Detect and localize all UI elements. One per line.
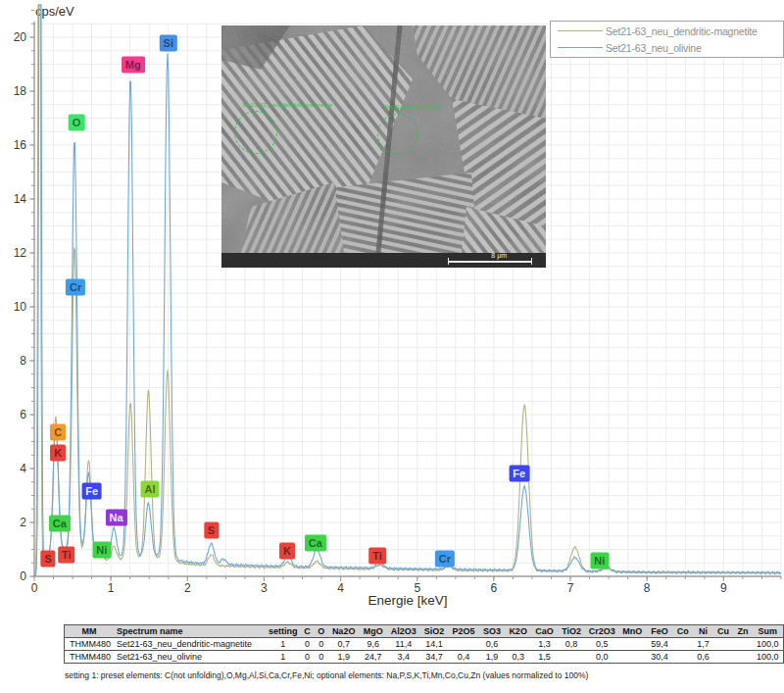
element-marker-K[interactable]: K	[50, 445, 66, 462]
table-cell: 1,7	[693, 638, 713, 651]
table-header-C: C	[301, 625, 315, 638]
element-marker-Al[interactable]: Al	[141, 480, 160, 497]
table-cell	[618, 638, 646, 651]
table-row-0: THMM480Set21-63_neu_dendritic-magnetite1…	[65, 638, 784, 651]
table-header-MnO: MnO	[618, 625, 646, 638]
legend-item-0[interactable]: Set21-63_neu_dendritic-magnetite	[551, 23, 783, 39]
table-header-FeO: FeO	[646, 625, 672, 638]
table-header-setting: setting	[266, 625, 301, 638]
table-cell: THMM480	[65, 651, 115, 664]
table-cell: Set21-63_neu_olivine	[114, 651, 266, 664]
x-tick-label: 7	[567, 581, 574, 595]
element-marker-Na[interactable]: Na	[106, 509, 127, 525]
table-header-MgO: MgO	[359, 625, 387, 638]
legend: Set21-63_neu_dendritic-magnetiteSet21-63…	[550, 21, 784, 58]
table-cell: 30,4	[646, 651, 672, 664]
element-marker-S[interactable]: S	[40, 551, 55, 568]
x-tick-label: 6	[491, 581, 498, 595]
sem-annotation-label-0: Set21-63_neu_dendritic-magnetite	[242, 102, 332, 108]
x-tick-label: 0	[31, 581, 38, 595]
legend-item-1[interactable]: Set21-63_neu_olivine	[551, 39, 783, 56]
table-cell: 1	[266, 651, 301, 664]
y-tick-label: 10	[14, 300, 27, 314]
table-header-Cr2O3: Cr2O3	[585, 625, 618, 638]
element-marker-Cr[interactable]: Cr	[435, 551, 455, 568]
element-marker-C[interactable]: C	[50, 423, 66, 440]
element-marker-S[interactable]: S	[204, 521, 219, 538]
x-tick-label: 4	[337, 581, 344, 595]
quantification-table: MMSpectrum namesettingCONa2OMgOAl2O3SiO2…	[64, 624, 784, 664]
element-marker-Cr[interactable]: Cr	[66, 278, 85, 295]
table-header-K2O: K2O	[505, 625, 530, 638]
table-cell: 24,7	[359, 651, 387, 664]
table-cell: 1,9	[479, 651, 506, 664]
x-tick-label: 5	[414, 581, 420, 595]
table-cell	[713, 638, 733, 651]
legend-line-sample	[558, 30, 603, 31]
table-cell: 9,6	[359, 638, 387, 651]
edx-report-page: cps/eV 012345678902468101214161820 STiCa…	[0, 0, 784, 693]
element-marker-Fe[interactable]: Fe	[81, 483, 102, 500]
table-cell: Set21-63_neu_dendritic-magnetite	[114, 638, 266, 651]
y-tick-label: 20	[14, 30, 27, 44]
table-cell	[673, 638, 693, 651]
y-tick-label: 4	[20, 462, 26, 475]
table-cell: 0,5	[585, 638, 618, 651]
table-cell	[449, 638, 479, 651]
table-header-Na2O: Na2O	[328, 625, 359, 638]
scale-bar	[448, 258, 532, 265]
y-tick-label: 6	[20, 408, 26, 421]
sem-inset-image: Set21-63_neu_dendritic-magnetiteSet21-63…	[221, 25, 546, 268]
element-marker-Ni[interactable]: Ni	[590, 553, 609, 569]
table-cell: 0,0	[585, 651, 618, 664]
table-cell	[733, 638, 753, 651]
table-cell: 100,0	[753, 638, 784, 651]
legend-label: Set21-63_neu_dendritic-magnetite	[606, 25, 758, 37]
table-cell: 11,4	[387, 638, 419, 651]
table-cell	[505, 638, 530, 651]
table-header-CaO: CaO	[531, 625, 558, 638]
table-cell: 34,7	[420, 651, 449, 664]
x-tick-label: 3	[261, 581, 268, 595]
table-cell: 59,4	[646, 638, 672, 651]
table-cell: 0,3	[505, 651, 530, 664]
table-cell: 0	[301, 638, 315, 651]
x-tick-label: 2	[184, 581, 191, 595]
element-marker-Ti[interactable]: Ti	[58, 547, 75, 564]
x-tick-label: 1	[108, 581, 115, 595]
legend-line-sample	[558, 47, 603, 48]
table-header-Ni: Ni	[693, 625, 713, 638]
y-tick-label: 2	[20, 516, 26, 529]
quantification-table-wrap: MMSpectrum namesettingCONa2OMgOAl2O3SiO2…	[64, 624, 784, 664]
element-marker-O[interactable]: O	[69, 114, 85, 130]
element-marker-Mg[interactable]: Mg	[122, 57, 145, 74]
element-marker-K[interactable]: K	[279, 542, 295, 559]
table-cell: THMM480	[65, 638, 115, 651]
table-header-Spectrum name: Spectrum name	[114, 625, 266, 638]
table-header-P2O5: P2O5	[449, 625, 479, 638]
table-cell: 0,7	[328, 638, 359, 651]
table-cell	[558, 651, 585, 664]
settings-footnote: setting 1: preset elements: C(not unfold…	[65, 670, 588, 680]
table-cell: 0	[315, 638, 328, 651]
table-header-SO3: SO3	[479, 625, 506, 638]
element-marker-Fe[interactable]: Fe	[509, 465, 529, 481]
element-marker-Ti[interactable]: Ti	[368, 548, 386, 565]
sem-annotation-circle-1	[377, 114, 418, 155]
table-cell: 0,6	[479, 638, 506, 651]
table-header-Co: Co	[673, 625, 693, 638]
legend-label: Set21-63_neu_olivine	[606, 42, 702, 54]
table-row-1: THMM480Set21-63_neu_olivine1001,924,73,4…	[65, 651, 784, 664]
element-marker-Ca[interactable]: Ca	[49, 516, 71, 532]
table-header-TiO2: TiO2	[558, 625, 585, 638]
element-marker-Ni[interactable]: Ni	[92, 542, 111, 559]
table-cell: 1	[266, 638, 301, 651]
element-marker-Si[interactable]: Si	[160, 35, 177, 52]
table-cell	[733, 651, 753, 664]
table-cell: 0,4	[449, 651, 479, 664]
table-header-O: O	[315, 625, 328, 638]
element-marker-Ca[interactable]: Ca	[305, 534, 326, 551]
y-tick-label: 14	[14, 192, 27, 206]
table-cell	[713, 651, 733, 664]
y-tick-label: 18	[14, 84, 27, 98]
